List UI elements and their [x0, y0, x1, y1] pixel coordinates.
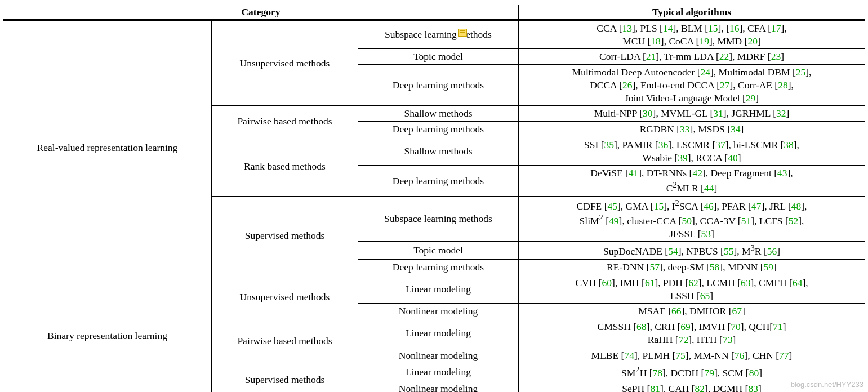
- citation-link[interactable]: 79: [704, 367, 714, 378]
- citation-link[interactable]: 29: [746, 92, 756, 104]
- citation-link[interactable]: 37: [715, 139, 725, 150]
- cat-real-valued: Real-valued representation learning: [3, 20, 211, 275]
- citation-link[interactable]: 38: [784, 139, 794, 150]
- cat-binary: Binary representation learning: [3, 275, 211, 392]
- citation-link[interactable]: 48: [791, 200, 802, 211]
- algorithm-taxonomy-table: Category Typical algorithms Real-valued …: [3, 5, 865, 392]
- algorithms-cell: RGDBN [33], MSDS [34]: [519, 122, 865, 137]
- citation-link[interactable]: 61: [645, 277, 655, 288]
- algorithms-cell: SSI [35], PAMIR [36], LSCMR [37], bi-LSC…: [519, 137, 865, 166]
- citation-link[interactable]: 53: [701, 228, 711, 239]
- citation-link[interactable]: 39: [678, 152, 688, 163]
- citation-link[interactable]: 77: [779, 350, 789, 361]
- citation-link[interactable]: 59: [764, 261, 774, 273]
- citation-link[interactable]: 51: [741, 215, 751, 226]
- header-algorithms: Typical algorithms: [519, 5, 865, 20]
- algorithms-cell: CMSSH [68], CRH [69], IMVH [70], QCH[71]…: [519, 319, 865, 348]
- cat-rank: Rank based methods: [211, 137, 358, 196]
- subcat-nonlinear: Nonlinear modeling: [358, 381, 518, 392]
- subcat-subspace: Subspace learning ethods: [358, 20, 518, 49]
- subcat-subspace: Subspace learning methods: [358, 196, 518, 242]
- citation-link[interactable]: 75: [675, 350, 686, 361]
- subcat-topic: Topic model: [358, 242, 518, 260]
- citation-link[interactable]: 67: [732, 305, 742, 317]
- citation-link[interactable]: 70: [731, 321, 741, 332]
- citation-link[interactable]: 34: [731, 123, 741, 135]
- citation-link[interactable]: 73: [723, 334, 733, 345]
- citation-link[interactable]: 25: [796, 66, 806, 78]
- citation-link[interactable]: 62: [688, 277, 698, 288]
- citation-link[interactable]: 24: [701, 66, 711, 78]
- citation-link[interactable]: 83: [748, 383, 758, 392]
- citation-link[interactable]: 69: [680, 321, 691, 332]
- table-header-row: Category Typical algorithms: [3, 5, 865, 20]
- citation-link[interactable]: 18: [651, 35, 661, 47]
- citation-link[interactable]: 60: [602, 277, 612, 288]
- citation-link[interactable]: 65: [700, 290, 710, 301]
- algorithms-cell: MSAE [66], DMHOR [67]: [519, 304, 865, 319]
- citation-link[interactable]: 23: [771, 51, 781, 62]
- cat-unsupervised: Unsupervised methods: [211, 275, 358, 319]
- citation-link[interactable]: 68: [636, 321, 647, 332]
- citation-link[interactable]: 76: [735, 350, 745, 361]
- citation-link[interactable]: 40: [728, 152, 738, 163]
- algorithms-cell: Corr-LDA [21], Tr-mm LDA [22], MDRF [23]: [519, 49, 865, 65]
- citation-link[interactable]: 26: [622, 79, 633, 91]
- citation-link[interactable]: 50: [682, 215, 692, 226]
- subcat-shallow: Shallow methods: [358, 106, 518, 122]
- citation-link[interactable]: 63: [741, 277, 751, 288]
- citation-link[interactable]: 17: [771, 23, 781, 34]
- subcat-linear: Linear modeling: [358, 319, 518, 348]
- citation-link[interactable]: 66: [671, 305, 682, 317]
- citation-link[interactable]: 54: [668, 246, 678, 257]
- citation-link[interactable]: 31: [713, 108, 723, 119]
- subcat-deep: Deep learning methods: [358, 166, 518, 196]
- citation-link[interactable]: 45: [608, 200, 618, 211]
- citation-link[interactable]: 27: [720, 79, 730, 91]
- citation-link[interactable]: 21: [646, 51, 656, 62]
- citation-link[interactable]: 41: [629, 167, 639, 179]
- citation-link[interactable]: 28: [778, 79, 788, 91]
- citation-link[interactable]: 64: [793, 277, 803, 288]
- citation-link[interactable]: 22: [719, 51, 729, 62]
- cat-supervised: Supervised methods: [211, 363, 358, 392]
- citation-link[interactable]: 81: [650, 383, 660, 392]
- cat-unsupervised: Unsupervised methods: [211, 20, 358, 106]
- citation-link[interactable]: 33: [680, 123, 690, 135]
- citation-link[interactable]: 30: [643, 108, 653, 119]
- citation-link[interactable]: 47: [751, 200, 762, 211]
- citation-link[interactable]: 14: [663, 23, 673, 34]
- citation-link[interactable]: 58: [710, 261, 720, 273]
- subcat-linear: Linear modeling: [358, 275, 518, 304]
- algorithms-cell: CDFE [45], GMA [15], I2SCA [46], PFAR [4…: [519, 196, 865, 242]
- citation-link[interactable]: 82: [695, 383, 705, 392]
- citation-link[interactable]: 16: [729, 23, 740, 34]
- citation-link[interactable]: 46: [704, 200, 714, 211]
- citation-link[interactable]: 80: [749, 367, 759, 378]
- citation-link[interactable]: 71: [773, 321, 783, 332]
- citation-link[interactable]: 19: [699, 35, 709, 47]
- citation-link[interactable]: 13: [622, 23, 632, 34]
- citation-link[interactable]: 78: [653, 367, 663, 378]
- citation-link[interactable]: 74: [624, 350, 634, 361]
- citation-link[interactable]: 56: [767, 246, 777, 257]
- citation-link[interactable]: 43: [777, 167, 787, 179]
- citation-link[interactable]: 57: [649, 261, 660, 273]
- citation-link[interactable]: 55: [724, 246, 734, 257]
- citation-link[interactable]: 44: [704, 182, 714, 194]
- citation-link[interactable]: 20: [747, 35, 758, 47]
- algorithms-cell: MLBE [74], PLMH [75], MM-NN [76], CHN [7…: [519, 348, 865, 363]
- citation-link[interactable]: 32: [776, 108, 786, 119]
- cat-pairwise: Pairwise based methods: [211, 319, 358, 363]
- citation-link[interactable]: 72: [679, 334, 689, 345]
- citation-link[interactable]: 36: [658, 139, 669, 150]
- algorithms-cell: SM2H [78], DCDH [79], SCM [80]: [519, 363, 865, 381]
- citation-link[interactable]: 42: [692, 167, 702, 179]
- citation-link[interactable]: 52: [789, 215, 799, 226]
- subcat-nonlinear: Nonlinear modeling: [358, 304, 518, 319]
- citation-link[interactable]: 15: [654, 200, 664, 211]
- citation-link[interactable]: 15: [708, 23, 718, 34]
- subcat-deep: Deep learning methods: [358, 65, 518, 106]
- citation-link[interactable]: 35: [604, 139, 615, 150]
- citation-link[interactable]: 49: [609, 215, 619, 226]
